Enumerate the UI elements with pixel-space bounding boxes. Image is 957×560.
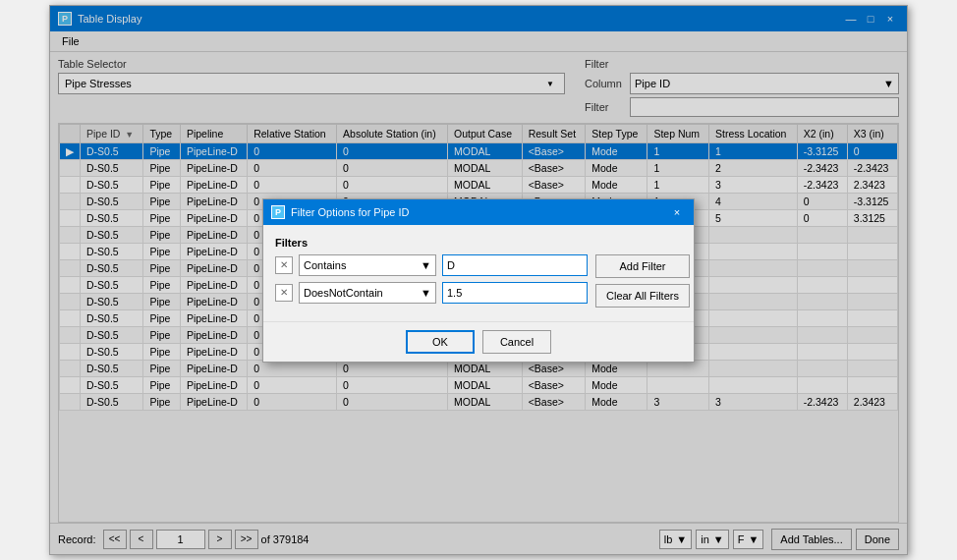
cancel-button[interactable]: Cancel xyxy=(482,330,551,354)
chevron-down-icon: ▼ xyxy=(421,287,431,299)
modal-title-bar: P Filter Options for Pipe ID × xyxy=(263,199,694,225)
modal-filters-area: ✕ Contains ▼ ✕ DoesNotContain xyxy=(275,254,682,309)
chevron-down-icon: ▼ xyxy=(421,259,431,271)
modal-footer: OK Cancel xyxy=(263,321,694,362)
filter-type-2-combo[interactable]: DoesNotContain ▼ xyxy=(299,282,436,304)
modal-right-buttons: Add Filter Clear All Filters xyxy=(595,254,690,309)
filter-row-1: ✕ Contains ▼ xyxy=(275,254,588,276)
filter-type-1-combo[interactable]: Contains ▼ xyxy=(299,254,436,276)
main-window: P Table Display — □ × File Table Selecto… xyxy=(49,5,908,555)
filters-section-label: Filters xyxy=(275,237,682,249)
modal-close-button[interactable]: × xyxy=(668,203,686,221)
add-filter-button[interactable]: Add Filter xyxy=(595,254,690,278)
ok-button[interactable]: OK xyxy=(406,330,475,354)
filter-row-2: ✕ DoesNotContain ▼ xyxy=(275,282,588,304)
clear-all-filters-button[interactable]: Clear All Filters xyxy=(595,284,690,308)
modal-app-icon: P xyxy=(271,205,285,219)
modal-body: Filters ✕ Contains ▼ xyxy=(263,225,694,321)
filter-value-2-input[interactable] xyxy=(442,282,588,304)
modal-filters-list: ✕ Contains ▼ ✕ DoesNotContain xyxy=(275,254,588,309)
filter-value-1-input[interactable] xyxy=(442,254,588,276)
remove-filter-1-button[interactable]: ✕ xyxy=(275,256,293,274)
modal-title-left: P Filter Options for Pipe ID xyxy=(271,205,409,219)
filter-dialog: P Filter Options for Pipe ID × Filters ✕ xyxy=(262,198,695,363)
modal-overlay: P Filter Options for Pipe ID × Filters ✕ xyxy=(50,6,907,554)
modal-title: Filter Options for Pipe ID xyxy=(291,206,409,218)
remove-filter-2-button[interactable]: ✕ xyxy=(275,284,293,302)
